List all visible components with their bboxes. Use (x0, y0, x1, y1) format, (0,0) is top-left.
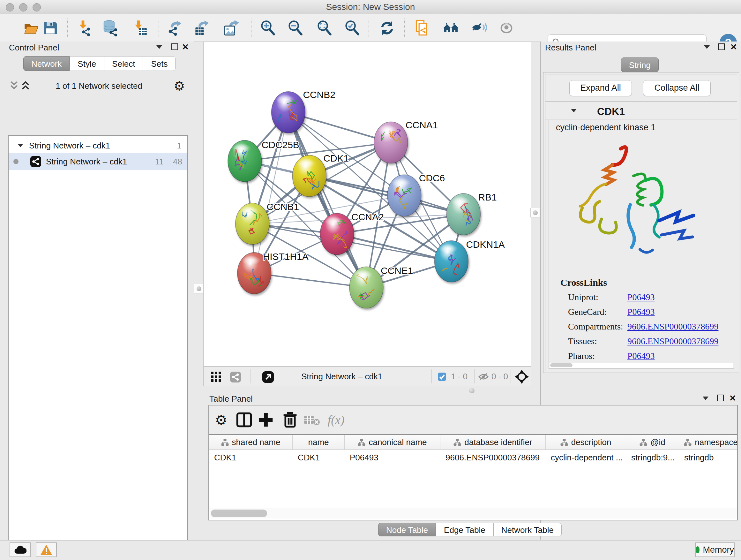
column-header-id[interactable]: @id (626, 435, 679, 450)
memory-button[interactable]: Memory (695, 543, 735, 557)
warning-button[interactable] (36, 543, 57, 557)
panel-close-icon[interactable]: ✕ (729, 394, 736, 402)
cell-database-identifier[interactable]: 9606.ENSP00000378699 (441, 450, 546, 465)
tab-string[interactable]: String (621, 57, 659, 72)
panel-close-icon[interactable]: ✕ (182, 43, 189, 51)
column-header-canonical-name[interactable]: canonical name (345, 435, 441, 450)
cell-id[interactable]: stringdb:9... (626, 450, 679, 465)
table-scrollbar-thumb[interactable] (211, 509, 267, 517)
detach-view-arrow-icon[interactable] (262, 371, 274, 383)
tab-style[interactable]: Style (70, 56, 104, 71)
import-network-file-icon[interactable] (75, 20, 91, 37)
panel-menu-icon[interactable] (156, 45, 162, 49)
import-network-database-icon[interactable] (102, 20, 118, 37)
delete-table-icon[interactable] (304, 412, 320, 428)
import-table-file-icon[interactable] (131, 20, 147, 37)
export-image-icon[interactable] (223, 20, 240, 37)
crosslink-link[interactable]: P06493 (627, 292, 655, 302)
selected-checkbox-icon[interactable] (437, 372, 447, 381)
show-columns-icon[interactable] (236, 412, 253, 428)
crosslink-link[interactable]: 9606.ENSP00000378699 (627, 321, 718, 331)
cell-name[interactable]: CDK1 (293, 450, 345, 465)
birds-eye-grid-icon[interactable] (211, 371, 221, 382)
crosslink-link[interactable]: 9606.ENSP00000378699 (627, 336, 718, 346)
tab-edge-table[interactable]: Edge Table (436, 523, 493, 537)
panel-close-icon[interactable]: ✕ (730, 43, 737, 51)
zoom-in-icon[interactable] (260, 20, 276, 37)
tab-network[interactable]: Network (23, 56, 70, 71)
crosslinks-list: Uniprot:P06493 GeneCard:P06493 Compartme… (568, 290, 728, 363)
left-splitter-handle[interactable] (194, 284, 204, 294)
zoom-selected-icon[interactable] (344, 20, 360, 37)
expand-all-chevron-icon[interactable] (21, 79, 33, 92)
crosslink-label: Compartments: (568, 319, 627, 334)
export-table-icon[interactable] (194, 20, 211, 37)
open-session-icon[interactable] (23, 20, 40, 37)
network-selection-status: 1 of 1 Network selected (42, 81, 156, 91)
column-header-shared-name[interactable]: shared name (209, 435, 293, 450)
tab-sets[interactable]: Sets (143, 56, 176, 71)
cloud-button[interactable] (10, 543, 30, 557)
tree-expander-icon[interactable] (18, 144, 23, 147)
panel-menu-icon[interactable] (703, 396, 709, 400)
column-header-description[interactable]: description (546, 435, 626, 450)
svg-text:CCNA1: CCNA1 (406, 120, 438, 130)
fit-selected-crosshair-icon[interactable] (515, 370, 529, 384)
network-row[interactable]: String Network – cdk1 11 48 (9, 153, 187, 170)
crosslink-row: Compartments:9606.ENSP00000378699 (568, 319, 728, 334)
network-node-CCNA2: CCNA2 (320, 212, 384, 255)
zoom-out-icon[interactable] (287, 20, 304, 37)
network-canvas[interactable]: CCNB2CCNA1CDC25BCDK1CDC6RB1CCNB1CCNA2CDK… (203, 42, 531, 367)
cell-namespace[interactable]: stringdb (679, 450, 738, 465)
section-scrollbar-track[interactable] (549, 363, 733, 368)
collapse-all-chevron-icon[interactable] (10, 79, 22, 92)
zoom-fit-icon[interactable] (316, 20, 333, 37)
panel-float-icon[interactable] (718, 44, 725, 50)
svg-text:CDC6: CDC6 (419, 173, 445, 183)
network-options-gear-icon[interactable]: ⚙ (174, 78, 185, 93)
cell-description[interactable]: cyclin-dependent ... (546, 450, 626, 465)
column-type-icon (221, 438, 229, 446)
save-session-icon[interactable] (42, 20, 59, 37)
tab-node-table[interactable]: Node Table (378, 523, 436, 537)
homes-icon[interactable] (443, 20, 459, 37)
table-scrollbar-track[interactable] (210, 508, 737, 518)
column-header-database-identifier[interactable]: database identifier (441, 435, 546, 450)
panel-menu-icon[interactable] (704, 45, 710, 49)
section-expander-icon[interactable] (571, 109, 577, 112)
svg-text:CCNB1: CCNB1 (267, 201, 299, 212)
network-collection-row[interactable]: String Network – cdk1 1 (9, 138, 187, 153)
selected-count: 1 - 0 (451, 372, 468, 381)
column-header-name[interactable]: name (293, 435, 345, 450)
expand-all-button[interactable]: Expand All (569, 80, 632, 96)
crosslink-link[interactable]: P06493 (627, 307, 655, 317)
section-scrollbar-thumb[interactable] (550, 363, 572, 367)
crosslink-link[interactable]: P06493 (627, 351, 655, 361)
cell-canonical-name[interactable]: P06493 (345, 450, 441, 465)
control-panel-title: Control Panel (9, 43, 59, 53)
add-column-icon[interactable] (258, 412, 274, 428)
duplicate-network-icon[interactable] (414, 20, 431, 37)
tab-network-table[interactable]: Network Table (493, 523, 562, 537)
network-node-HIST1H1A: HIST1H1A (238, 251, 309, 294)
node-table: ⚙ f(x) shared name name canonical name d… (208, 405, 738, 520)
delete-column-icon[interactable] (282, 412, 298, 428)
network-tree: String Network – cdk1 1 String Network –… (8, 135, 188, 560)
panel-float-icon[interactable] (717, 395, 724, 401)
table-settings-gear-icon[interactable]: ⚙ (213, 412, 229, 428)
right-splitter-handle[interactable] (530, 208, 540, 217)
show-eye-icon[interactable] (498, 20, 515, 37)
export-network-icon[interactable] (167, 20, 184, 37)
column-header-namespace[interactable]: namespace (679, 435, 738, 450)
hide-panel-eye-icon[interactable] (471, 20, 488, 37)
refresh-icon[interactable] (379, 20, 395, 37)
panel-float-icon[interactable] (172, 44, 178, 50)
gene-section-header[interactable]: CDK1 (545, 103, 737, 119)
table-row[interactable]: CDK1 CDK1 P06493 9606.ENSP00000378699 cy… (209, 450, 738, 465)
network-view-share-icon[interactable] (230, 371, 241, 383)
cell-shared-name[interactable]: CDK1 (209, 450, 293, 465)
tab-select[interactable]: Select (104, 56, 143, 71)
control-panel: Control Panel ✕ Network Style Select Set… (0, 42, 194, 540)
svg-text:CCNB2: CCNB2 (303, 89, 335, 100)
collapse-all-button[interactable]: Collapse All (643, 80, 711, 96)
